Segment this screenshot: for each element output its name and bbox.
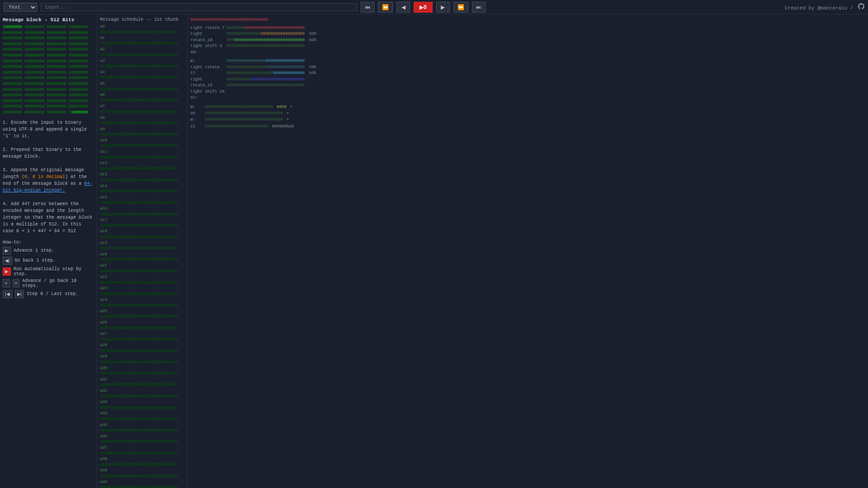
binary-row: 00000000 00000000 00000000 00000000 bbox=[3, 64, 94, 70]
w-row: w3300000000000000000000000000000000 bbox=[100, 399, 184, 411]
w-row: w2300000000000000000000000000000000 bbox=[100, 286, 184, 297]
run-button[interactable]: ▶ 0 bbox=[414, 2, 433, 13]
w-row: w000000000000000000000000000000000 bbox=[100, 24, 184, 35]
howto-last-btn[interactable]: ▶| bbox=[15, 290, 24, 298]
w-row: w2700000000000000000000000000000000 bbox=[100, 331, 184, 343]
forward10-button[interactable]: ⏩ bbox=[453, 2, 468, 13]
back1-button[interactable]: ◀ bbox=[396, 2, 410, 13]
sigma1-w-label: W: bbox=[190, 58, 226, 65]
main-content: Message block - 512 Bits 10000000 000000… bbox=[0, 14, 868, 488]
howto-step0-btn[interactable]: |◀ bbox=[3, 290, 12, 298]
credit-text: Created by @manceraio / bbox=[785, 3, 864, 11]
compression-area: 00000000000000000000000000000000 right r… bbox=[190, 17, 865, 130]
sigma0-rotate7-label: right rotate 7 bbox=[190, 25, 226, 32]
description-area: 1. Encode the input to binary using UTF-… bbox=[3, 119, 94, 235]
sigma0-o0-label: o0: bbox=[190, 50, 226, 56]
binary-row: 00000000 00000000 00000000 01000000 bbox=[3, 110, 94, 116]
binary-row: 00000000 00000000 00000000 00000000 bbox=[3, 42, 94, 47]
run-icon: ▶ bbox=[420, 4, 424, 10]
w-row: w1700000000000000000000000000000000 bbox=[100, 217, 184, 229]
howto-title: How-to: bbox=[3, 240, 94, 245]
last-button[interactable]: ⏭ bbox=[472, 2, 486, 13]
sigma1-shift10-label: right shift 10 bbox=[190, 89, 226, 95]
howto-row-advance1: ▶ Advance 1 step. bbox=[3, 247, 94, 255]
sigma0-row3: 00000000000000000000000000000000 XOR bbox=[226, 38, 316, 44]
w-header-label: 00000000000000000000000000000000 bbox=[190, 17, 865, 23]
howto-auto-label: Run automatically step by step. bbox=[14, 267, 94, 277]
sigma1-row2: 00000000000000000000000000000000 XOR bbox=[226, 70, 316, 77]
w-compute-row4: o1 00000000000000000000000000000000NaN bbox=[190, 123, 865, 130]
w-row: w3900000000000000000000000000000000 bbox=[100, 468, 184, 479]
binary-row: 00000000 00000000 00000000 00000000 bbox=[3, 87, 94, 93]
binary-row: 00000000 00000000 00000000 00000000 bbox=[3, 93, 94, 99]
forward1-button[interactable]: ▶ bbox=[436, 2, 450, 13]
input-field[interactable] bbox=[41, 3, 357, 11]
back10-button[interactable]: ⏪ bbox=[378, 2, 393, 13]
sigma0-shift3-label: right shift 3 bbox=[190, 43, 226, 50]
sigma1-row3: 00000000000000000000000000000000 bbox=[226, 77, 316, 83]
w-row: w2400000000000000000000000000000000 bbox=[100, 297, 184, 309]
w-row: w3800000000000000000000000000000000 bbox=[100, 456, 184, 468]
w-row: w300000000000000000000000000000000 bbox=[100, 58, 184, 70]
w-row: w3200000000000000000000000000000000 bbox=[100, 388, 184, 399]
w-row: w2800000000000000000000000000000000 bbox=[100, 343, 184, 354]
sigma0-rotate18-label: right rotate_18 bbox=[190, 31, 226, 43]
w-row: w2100000000000000000000000000000000 bbox=[100, 263, 184, 274]
binary-row: 00000000 00000000 00000000 00000000 bbox=[3, 53, 94, 59]
w-row: w900000000000000000000000000000000 bbox=[100, 127, 184, 138]
binary-row: 00000000 00000000 00000000 00000000 bbox=[3, 30, 94, 36]
w-row: w3100000000000000000000000000000000 bbox=[100, 377, 184, 388]
binary-row: 00000000 00000000 00000000 00000000 bbox=[3, 36, 94, 42]
howto-row-ends: |◀ ▶| Step 0 / Last step. bbox=[3, 290, 94, 298]
w-row: w2900000000000000000000000000000000 bbox=[100, 354, 184, 365]
github-icon[interactable] bbox=[858, 5, 864, 11]
w-row: w2600000000000000000000000000000000 bbox=[100, 320, 184, 331]
w-row: w1500000000000000000000000000000000 bbox=[100, 195, 184, 206]
w-row: w200000000000000000000000000000000 bbox=[100, 47, 184, 58]
sigma0-row1: 00000000000000000000000000000000 bbox=[226, 25, 316, 32]
binary-row: 10000000 00000000 00000000 00000000 bbox=[3, 24, 94, 30]
w-row: w600000000000000000000000000000000 bbox=[100, 92, 184, 103]
howto-fwd10-btn[interactable]: » bbox=[13, 279, 20, 287]
w-list: w000000000000000000000000000000000 w1000… bbox=[100, 24, 184, 488]
step0-button[interactable]: ⏮ bbox=[361, 2, 374, 13]
howto-back1-label: Go back 1 step. bbox=[15, 258, 56, 263]
w-row: w3700000000000000000000000000000000 bbox=[100, 445, 184, 456]
w-row: w1000000000000000000000000000000000 bbox=[100, 138, 184, 149]
msg-schedule-title: Message schedule -- 1st chunk bbox=[100, 17, 184, 22]
w-row: w3500000000000000000000000000000000 bbox=[100, 422, 184, 434]
binary-row: 00000000 00000000 00000000 00000000 bbox=[3, 70, 94, 76]
howto-back10-btn[interactable]: « bbox=[3, 279, 10, 287]
howto-10-label: Advance / go back 10 steps. bbox=[22, 278, 94, 288]
howto-advance1-btn[interactable]: ▶ bbox=[3, 247, 11, 255]
input-type-select[interactable]: Text Hex Binary bbox=[4, 3, 37, 12]
w-row: w1900000000000000000000000000000000 bbox=[100, 240, 184, 252]
w-row: w1300000000000000000000000000000000 bbox=[100, 172, 184, 183]
right-panel: 00000000000000000000000000000000 right r… bbox=[188, 14, 868, 488]
w-row: w3000000000000000000000000000000000 bbox=[100, 366, 184, 377]
w-row: w1100000000000000000000000000000000 bbox=[100, 149, 184, 160]
w-row: w700000000000000000000000000000000 bbox=[100, 103, 184, 115]
message-block-title: Message block - 512 Bits bbox=[3, 17, 94, 23]
binary-display: 10000000 00000000 00000000 00000000 0000… bbox=[3, 24, 94, 116]
howto-back1-btn[interactable]: ◀| bbox=[3, 257, 12, 265]
binary-row: 00000000 00000000 00000000 00000000 bbox=[3, 99, 94, 104]
sigma1-rotate17-label: right rotate 17 bbox=[190, 65, 226, 77]
w-row: w2500000000000000000000000000000000 bbox=[100, 309, 184, 320]
binary-row: 00000000 00000000 00000000 00000000 bbox=[3, 47, 94, 53]
sigma1-w-row: 00000000000000000000000000000000 bbox=[226, 58, 316, 65]
w-row: w1800000000000000000000000000000000 bbox=[100, 229, 184, 240]
w-row: w500000000000000000000000000000000 bbox=[100, 81, 184, 92]
binary-row: 00000000 00000000 00000000 00000000 bbox=[3, 81, 94, 87]
w-row: w3600000000000000000000000000000000 bbox=[100, 434, 184, 445]
w-row: w100000000000000000000000000000000 bbox=[100, 35, 184, 47]
howto-row-back1: ◀| Go back 1 step. bbox=[3, 257, 94, 265]
w-row: w4000000000000000000000000000000000 bbox=[100, 479, 184, 488]
sigma1-rotate19-label: right rotate_19 bbox=[190, 77, 226, 89]
w-row: w1200000000000000000000000000000000 bbox=[100, 160, 184, 172]
w-row: w2200000000000000000000000000000000 bbox=[100, 274, 184, 286]
howto-row-10: « » Advance / go back 10 steps. bbox=[3, 278, 94, 288]
w-row: w3400000000000000000000000000000000 bbox=[100, 411, 184, 422]
middle-panel: Message schedule -- 1st chunk w000000000… bbox=[97, 14, 188, 488]
howto-auto-btn[interactable]: ▶ bbox=[3, 267, 11, 276]
